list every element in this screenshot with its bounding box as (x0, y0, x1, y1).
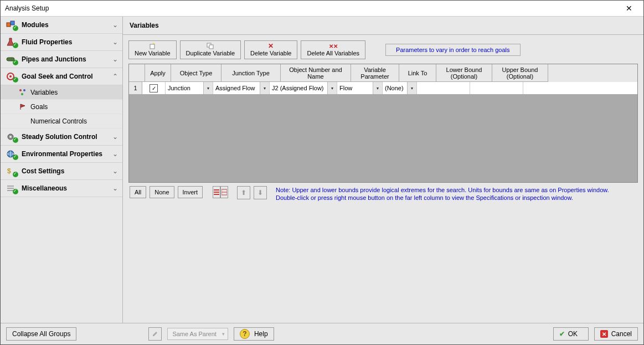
sidebar-item-label: Modules (22, 21, 108, 29)
sidebar-item-cost[interactable]: $ Cost Settings ⌄ (1, 163, 122, 180)
apply-cell[interactable]: ✓ (142, 82, 166, 94)
grid-empty-area (129, 94, 637, 182)
svg-rect-1 (11, 21, 14, 25)
col-objtype[interactable]: Object Type (171, 64, 221, 82)
dropdown-icon[interactable]: ▾ (373, 82, 382, 94)
ok-check-icon: ✔ (559, 330, 565, 338)
chevron-down-icon: ⌄ (112, 55, 118, 63)
cancel-x-icon: ✕ (600, 330, 608, 338)
dropdown-icon[interactable]: ▾ (327, 82, 337, 94)
sidebar-item-modules[interactable]: Modules ⌄ (1, 17, 122, 34)
flask-icon (5, 37, 17, 47)
col-varparam[interactable]: Variable Parameter (351, 64, 399, 82)
panel-title: Variables (123, 17, 643, 35)
ok-button[interactable]: ✔ OK (553, 327, 589, 341)
goals-icon (18, 102, 27, 111)
move-up-button[interactable]: ⬆ (237, 186, 250, 199)
new-variable-button[interactable]: New Variable (128, 40, 177, 59)
svg-point-9 (9, 136, 12, 138)
delete-variable-button[interactable]: ✕ Delete Variable (244, 40, 297, 59)
main-panel: Variables New Variable Duplicate Variabl… (123, 17, 643, 323)
select-all-button[interactable]: All (130, 186, 146, 198)
analysis-setup-window: Analysis Setup ✕ Modules ⌄ Fluid Propert… (0, 0, 644, 345)
footer: Collapse All Groups Same As Parent ? Hel… (1, 323, 643, 344)
sidebar-item-env[interactable]: Environmental Properties ⌄ (1, 146, 122, 163)
sidebar-sub-variables[interactable]: Variables (1, 85, 122, 100)
chevron-down-icon: ⌄ (112, 21, 118, 29)
toolbar: New Variable Duplicate Variable ✕ Delete… (128, 40, 638, 59)
cell-value: Junction (168, 85, 190, 91)
dropdown-icon[interactable]: ▾ (260, 82, 269, 94)
dropdown-icon[interactable]: ▾ (407, 82, 416, 94)
help-button[interactable]: ? Help (234, 327, 274, 341)
cell-value: (None) (385, 85, 404, 91)
row-style-a-icon[interactable] (213, 186, 220, 198)
row-style-b-icon[interactable] (220, 186, 228, 198)
objnum-cell[interactable]: J2 (Assigned Flow)▾ (270, 82, 337, 94)
chevron-up-icon: ⌃ (112, 73, 118, 80)
sidebar-item-steady[interactable]: Steady Solution Control ⌄ (1, 128, 122, 146)
svg-point-7 (21, 93, 23, 95)
sidebar-item-goal-seek[interactable]: Goal Seek and Control ⌃ (1, 68, 122, 85)
chevron-down-icon: ⌄ (112, 150, 118, 158)
sidebar-item-pipes[interactable]: Pipes and Junctions ⌄ (1, 51, 122, 68)
variables-grid: Apply Object Type Junction Type Object N… (128, 64, 638, 183)
dropdown-icon[interactable]: ▾ (203, 82, 213, 94)
col-rownum (129, 64, 145, 82)
close-button[interactable]: ✕ (619, 4, 639, 13)
dropdown-label: Same As Parent (172, 331, 217, 337)
sidebar-sub-numerical[interactable]: Numerical Controls (1, 114, 122, 128)
cost-icon: $ (5, 166, 17, 176)
cancel-button[interactable]: ✕ Cancel (594, 327, 638, 341)
sidebar-item-misc[interactable]: Miscellaneous ⌄ (1, 180, 122, 197)
apply-checkbox[interactable]: ✓ (150, 84, 158, 92)
collapse-all-button[interactable]: Collapse All Groups (6, 327, 76, 341)
col-objnum[interactable]: Object Number and Name (281, 64, 351, 82)
sidebar-item-label: Pipes and Junctions (22, 55, 108, 63)
chevron-down-icon: ⌄ (112, 184, 118, 192)
invert-button[interactable]: Invert (178, 186, 203, 198)
target-icon (5, 71, 17, 81)
button-label: Duplicate Variable (186, 50, 235, 56)
parameters-note: Parameters to vary in order to reach goa… (385, 44, 520, 56)
sidebar-item-label: Fluid Properties (22, 38, 108, 46)
button-label: Help (254, 330, 268, 338)
same-as-parent-dropdown: Same As Parent (167, 328, 228, 340)
sidebar-item-label: Goal Seek and Control (22, 73, 108, 80)
chevron-down-icon: ⌄ (112, 38, 118, 46)
main-content: New Variable Duplicate Variable ✕ Delete… (123, 35, 643, 323)
button-label: OK (568, 330, 578, 338)
delete-icon: ✕ (268, 42, 274, 50)
modules-icon (5, 20, 17, 30)
button-label: Delete Variable (250, 50, 291, 56)
col-linkto[interactable]: Link To (399, 64, 436, 82)
duplicate-variable-button[interactable]: Duplicate Variable (180, 40, 241, 59)
col-jtype[interactable]: Junction Type (221, 64, 281, 82)
upper-cell[interactable] (470, 82, 523, 94)
sidebar: Modules ⌄ Fluid Properties ⌄ Pipes and J… (1, 17, 123, 323)
svg-text:✕✕: ✕✕ (329, 43, 338, 49)
bounds-note: Note: Upper and lower bounds provide log… (276, 186, 609, 202)
row-style-toggle[interactable] (213, 186, 228, 198)
select-none-button[interactable]: None (150, 186, 174, 198)
lower-cell[interactable] (417, 82, 470, 94)
row-number[interactable]: 1 (129, 82, 142, 94)
grid-row[interactable]: 1 ✓ Junction▾ Assigned Flow▾ J2 (Assigne… (129, 82, 637, 94)
col-upper[interactable]: Upper Bound (Optional) (492, 64, 548, 82)
move-down-button[interactable]: ⬇ (254, 186, 267, 199)
list-icon (5, 183, 17, 193)
cell-value: Flow (339, 85, 352, 91)
objtype-cell[interactable]: Junction▾ (166, 82, 213, 94)
sidebar-sub-goals[interactable]: Goals (1, 100, 122, 114)
varparam-cell[interactable]: Flow▾ (337, 82, 383, 94)
col-apply[interactable]: Apply (145, 64, 171, 82)
button-label: Delete All Variables (307, 50, 359, 56)
window-title: Analysis Setup (5, 4, 619, 12)
jtype-cell[interactable]: Assigned Flow▾ (213, 82, 270, 94)
delete-all-button[interactable]: ✕✕ Delete All Variables (301, 40, 365, 59)
sidebar-item-fluid[interactable]: Fluid Properties ⌄ (1, 34, 122, 51)
svg-rect-15 (150, 44, 154, 49)
note-line: Double-click or press right mouse button… (276, 194, 609, 202)
col-lower[interactable]: Lower Bound (Optional) (436, 64, 492, 82)
linkto-cell[interactable]: (None)▾ (383, 82, 417, 94)
